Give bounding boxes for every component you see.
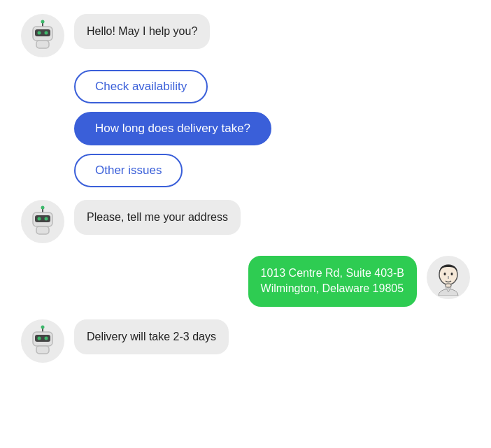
bot-avatar-3 [21,319,64,363]
check-availability-button[interactable]: Check availability [74,70,208,103]
bot-message-delivery: Delivery will take 2-3 days [21,319,470,363]
bot-message-hello: Hello! May I help you? [21,14,470,57]
svg-rect-24 [36,346,49,354]
svg-rect-21 [35,335,50,342]
bot-hello-text: Hello! May I help you? [87,25,197,37]
svg-rect-10 [35,215,50,222]
svg-point-23 [45,336,48,340]
svg-point-4 [38,31,41,35]
svg-rect-13 [36,226,49,234]
user-address-text: 1013 Centre Rd, Suite 403-BWilmington, D… [261,267,404,294]
svg-point-5 [45,31,48,35]
other-issues-button[interactable]: Other issues [74,154,183,187]
bot-avatar [21,14,64,57]
bot-delivery-text: Delivery will take 2-3 days [87,331,216,342]
bot-address-text: Please, tell me your address [87,211,228,223]
svg-point-16 [444,273,446,275]
bot-avatar-2 [21,200,64,243]
bot-address-bubble: Please, tell me your address [74,200,241,235]
bot-delivery-bubble: Delivery will take 2-3 days [74,319,229,354]
delivery-time-button[interactable]: How long does delivery take? [74,112,271,145]
user-address-row: 1013 Centre Rd, Suite 403-BWilmington, D… [21,256,470,307]
bot-hello-bubble: Hello! May I help you? [74,14,210,49]
svg-point-8 [41,206,45,210]
bot-message-address: Please, tell me your address [21,200,470,243]
svg-point-22 [38,336,41,340]
user-address-bubble: 1013 Centre Rd, Suite 403-BWilmington, D… [248,256,417,307]
chat-container: Hello! May I help you? Check availabilit… [21,14,470,363]
user-avatar [427,256,470,299]
option-buttons: Check availability How long does deliver… [74,70,470,187]
svg-point-12 [45,217,48,221]
svg-point-1 [41,20,45,24]
svg-rect-6 [36,41,49,48]
svg-point-11 [38,217,41,221]
svg-rect-15 [446,284,451,287]
svg-point-19 [41,325,45,328]
svg-rect-3 [35,29,50,36]
svg-point-17 [451,273,453,275]
